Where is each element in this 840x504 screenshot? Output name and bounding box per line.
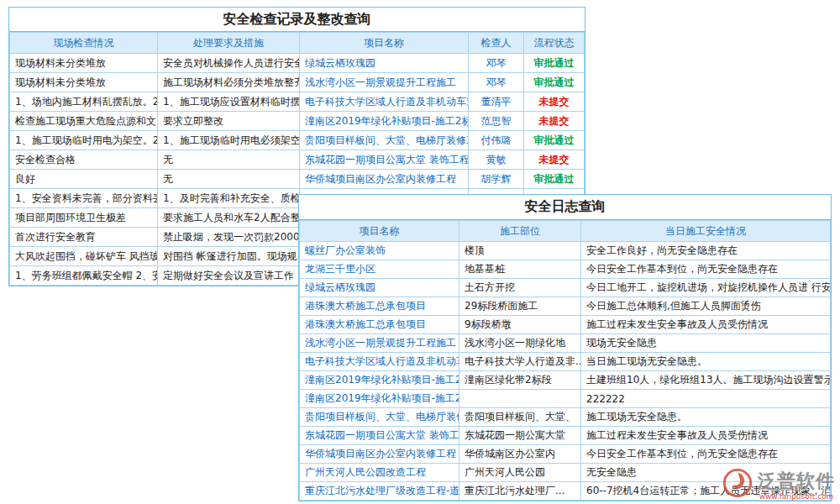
status-badge: 未提交 bbox=[524, 150, 585, 170]
daily-safety-cell: 今日安全工作基本到位，尚无安全隐患存在 bbox=[581, 260, 831, 279]
log-column-header[interactable]: 当日施工安全情况 bbox=[581, 221, 831, 242]
log-table-row: 港珠澳大桥施工总承包项目29标段桥面施工今日施工总体顺利,但施工人员脚面烫伤 bbox=[300, 297, 831, 316]
safety-log-table: 项目名称施工部位当日施工安全情况 螺丝厂办公室装饰楼顶安全工作良好，尚无安全隐患… bbox=[299, 220, 831, 501]
log-body: 螺丝厂办公室装饰楼顶安全工作良好，尚无安全隐患存在龙湖三千里小区地基基桩今日安全… bbox=[300, 242, 831, 501]
project-link[interactable]: 港珠澳大桥施工总承包项目 bbox=[300, 316, 459, 334]
log-table-row: 螺丝厂办公室装饰楼顶安全工作良好，尚无安全隐患存在 bbox=[300, 242, 831, 260]
log-column-header[interactable]: 项目名称 bbox=[300, 221, 459, 242]
log-table-row: 潼南区2019年绿化补贴项目-施工2标段222222 bbox=[300, 390, 831, 408]
construction-part-cell: 重庆江北污水处理厂... bbox=[459, 482, 581, 501]
project-link[interactable]: 浅水湾小区一期景观提升工程施工 bbox=[300, 73, 469, 92]
inspection-situation-cell: 大风吹起围挡，碰坏铲车 风挡玻... bbox=[10, 247, 158, 266]
daily-safety-cell: 土建班组10人，绿化班组13人。施工现场沟边设置警示标识，... bbox=[581, 371, 831, 390]
inspection-situation-cell: 1、施工现场临时用电为架空。2... bbox=[10, 131, 158, 150]
daily-safety-cell: 今日安全工作基本到位，尚无安全隐患存在 bbox=[581, 445, 831, 464]
project-link[interactable]: 电子科技大学区域人行道及非机动车道工程 bbox=[300, 92, 469, 112]
construction-part-cell: 浅水湾小区一期绿化地 bbox=[459, 334, 581, 353]
status-badge: 审批通过 bbox=[524, 54, 585, 73]
inspection-table-row: 安全检查合格无东城花园一期项目公寓大堂 装饰工程黄敏未提交 bbox=[10, 150, 585, 170]
construction-part-cell: 楼顶 bbox=[459, 242, 581, 260]
daily-safety-cell: 施工过程未发生安全事故及人员受伤情况 bbox=[581, 316, 831, 334]
inspection-column-header[interactable]: 检查人 bbox=[469, 33, 524, 54]
project-link[interactable]: 绿城云栖玫瑰园 bbox=[300, 54, 469, 73]
daily-safety-cell: 无安全隐患 bbox=[581, 464, 831, 482]
project-link[interactable]: 贵阳项目样板间、大堂、电梯厅装修工程 bbox=[300, 131, 469, 150]
inspection-situation-cell: 检查施工现场重大危险点源和文... bbox=[10, 112, 158, 131]
daily-safety-cell: 60--7挖机4台运转正常；施工人员无违章操作现象，消防7人在... bbox=[581, 482, 831, 501]
inspection-table-row: 1、场地内施工材料乱摆乱放。2...1、施工现场应设置材料临时摆...电子科技大… bbox=[10, 92, 585, 112]
inspector-name-cell: 胡学辉 bbox=[469, 170, 524, 189]
inspection-situation-cell: 安全检查合格 bbox=[10, 150, 158, 170]
inspection-measure-cell: 要求施工人员和水车2人配合整... bbox=[158, 208, 300, 228]
status-badge: 审批通过 bbox=[524, 170, 585, 189]
project-link[interactable]: 东城花园一期项目公寓大堂 装饰工程 bbox=[300, 427, 459, 445]
project-link[interactable]: 华侨城项目南区办公室内装修工程 bbox=[300, 170, 469, 189]
inspection-column-header[interactable]: 项目名称 bbox=[300, 33, 469, 54]
status-badge: 未提交 bbox=[524, 112, 585, 131]
log-table-row: 贵阳项目样板间、大堂、电梯厅装修工程贵阳项目样板间、大堂、施工现场无安全隐患。 bbox=[300, 408, 831, 427]
project-link[interactable]: 螺丝厂办公室装饰 bbox=[300, 242, 459, 260]
inspection-situation-cell: 现场材料未分类堆放 bbox=[10, 73, 158, 92]
daily-safety-cell: 施工过程未发生安全事故及人员受伤情况 bbox=[581, 427, 831, 445]
inspection-situation-cell: 1、场地内施工材料乱摆乱放。2... bbox=[10, 92, 158, 112]
inspection-situation-cell: 1、劳务班组都佩戴安全帽 2、安... bbox=[10, 266, 158, 286]
construction-part-cell: 东城花园一期公寓大堂 bbox=[459, 427, 581, 445]
project-link[interactable]: 潼南区2019年绿化补贴项目-施工2标段 bbox=[300, 112, 469, 131]
construction-part-cell bbox=[459, 390, 581, 408]
project-link[interactable]: 绿城云栖玫瑰园 bbox=[300, 279, 459, 297]
inspector-name-cell: 董清平 bbox=[469, 92, 524, 112]
inspection-table-row: 良好无华侨城项目南区办公室内装修工程胡学辉审批通过 bbox=[10, 170, 585, 189]
daily-safety-cell: 今日施工总体顺利,但施工人员脚面烫伤 bbox=[581, 297, 831, 316]
inspection-panel-title: 安全检查记录及整改查询 bbox=[9, 8, 585, 32]
inspection-table-row: 1、施工现场临时用电为架空。2...1、施工现场临时用电必须架空...贵阳项目样… bbox=[10, 131, 585, 150]
inspection-measure-cell: 无 bbox=[158, 170, 300, 189]
log-table-row: 东城花园一期项目公寓大堂 装饰工程东城花园一期公寓大堂施工过程未发生安全事故及人… bbox=[300, 427, 831, 445]
inspection-measure-cell: 无 bbox=[158, 150, 300, 170]
construction-part-cell: 29标段桥面施工 bbox=[459, 297, 581, 316]
log-header-row: 项目名称施工部位当日施工安全情况 bbox=[300, 221, 831, 242]
construction-part-cell: 华侨城南区办公室内 bbox=[459, 445, 581, 464]
safety-log-panel: 安全日志查询 项目名称施工部位当日施工安全情况 螺丝厂办公室装饰楼顶安全工作良好… bbox=[298, 194, 832, 501]
project-link[interactable]: 华侨城项目南区办公室内装修工程 bbox=[300, 445, 459, 464]
daily-safety-cell: 施工现场无安全隐患。 bbox=[581, 408, 831, 427]
log-table-row: 龙湖三千里小区地基基桩今日安全工作基本到位，尚无安全隐患存在 bbox=[300, 260, 831, 279]
construction-part-cell: 电子科技大学人行道及非... bbox=[459, 353, 581, 371]
project-link[interactable]: 港珠澳大桥施工总承包项目 bbox=[300, 297, 459, 316]
inspection-measure-cell: 1、及时完善和补充安全、质检... bbox=[158, 189, 300, 208]
project-link[interactable]: 潼南区2019年绿化补贴项目-施工2标段 bbox=[300, 371, 459, 390]
inspector-name-cell: 范思智 bbox=[469, 112, 524, 131]
construction-part-cell: 广州天河人民公园 bbox=[459, 464, 581, 482]
inspector-name-cell: 付伟璐 bbox=[469, 131, 524, 150]
construction-part-cell: 潼南区绿化带2标段 bbox=[459, 371, 581, 390]
log-table-row: 港珠澳大桥施工总承包项目9标段桥墩施工过程未发生安全事故及人员受伤情况 bbox=[300, 316, 831, 334]
inspection-measure-cell: 定期做好安全会议及宣讲工作 bbox=[158, 266, 300, 286]
daily-safety-cell: 今日工地开工，旋挖机进场，对旋挖机操作人员进 行安全技术... bbox=[581, 279, 831, 297]
inspection-column-header[interactable]: 流程状态 bbox=[524, 33, 585, 54]
inspection-situation-cell: 1、安全资料未完善，部分资料丢... bbox=[10, 189, 158, 208]
inspection-measure-cell: 禁止吸烟，发现一次罚款2000... bbox=[158, 228, 300, 247]
project-link[interactable]: 广州天河人民公园改造工程 bbox=[300, 464, 459, 482]
construction-part-cell: 9标段桥墩 bbox=[459, 316, 581, 334]
log-table-row: 电子科技大学区域人行道及非机动车道工程电子科技大学人行道及非...当日施工现场无… bbox=[300, 353, 831, 371]
inspection-situation-cell: 良好 bbox=[10, 170, 158, 189]
inspection-measure-cell: 安全员对机械操作人员进行安全... bbox=[158, 54, 300, 73]
inspection-column-header[interactable]: 处理要求及措施 bbox=[158, 33, 300, 54]
desktop: { "inspection": { "title": "安全检查记录及整改查询"… bbox=[0, 0, 840, 504]
status-badge: 审批通过 bbox=[524, 73, 585, 92]
project-link[interactable]: 龙湖三千里小区 bbox=[300, 260, 459, 279]
inspection-column-header[interactable]: 现场检查情况 bbox=[10, 33, 158, 54]
project-link[interactable]: 潼南区2019年绿化补贴项目-施工2标段 bbox=[300, 390, 459, 408]
inspection-measure-cell: 对围挡 帐篷进行加固。现场规... bbox=[158, 247, 300, 266]
inspection-table-row: 现场材料未分类堆放施工现场材料必须分类堆放整齐...浅水湾小区一期景观提升工程施… bbox=[10, 73, 585, 92]
log-column-header[interactable]: 施工部位 bbox=[459, 221, 581, 242]
inspection-table-row: 检查施工现场重大危险点源和文...要求立即整改潼南区2019年绿化补贴项目-施工… bbox=[10, 112, 585, 131]
inspection-measure-cell: 施工现场材料必须分类堆放整齐... bbox=[158, 73, 300, 92]
project-link[interactable]: 东城花园一期项目公寓大堂 装饰工程 bbox=[300, 150, 469, 170]
project-link[interactable]: 电子科技大学区域人行道及非机动车道工程 bbox=[300, 353, 459, 371]
inspection-situation-cell: 现场材料未分类堆放 bbox=[10, 54, 158, 73]
project-link[interactable]: 浅水湾小区一期景观提升工程施工 bbox=[300, 334, 459, 353]
inspector-name-cell: 黄敏 bbox=[469, 150, 524, 170]
project-link[interactable]: 贵阳项目样板间、大堂、电梯厅装修工程 bbox=[300, 408, 459, 427]
daily-safety-cell: 现场无安全隐患 bbox=[581, 334, 831, 353]
project-link[interactable]: 重庆江北污水处理厂级改造工程-道路修复工程 bbox=[300, 482, 459, 501]
